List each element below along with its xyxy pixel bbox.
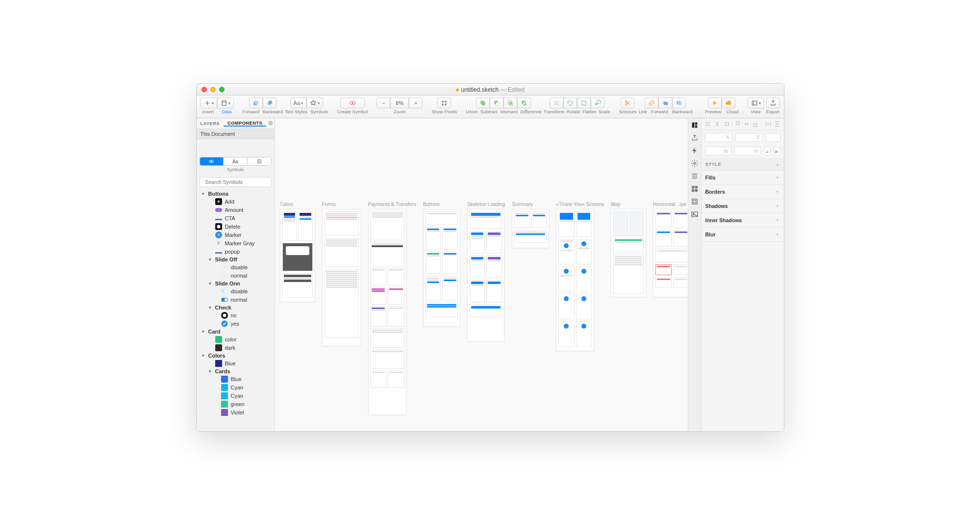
item-cards-blue[interactable]: Blue [197, 375, 275, 383]
symbols-button[interactable]: ▾ [306, 98, 323, 108]
rail-prototype-icon[interactable] [691, 147, 699, 154]
item-check-no[interactable]: no [197, 311, 275, 319]
link-backward-button[interactable] [672, 98, 686, 108]
align-left-icon[interactable] [705, 121, 712, 128]
union-button[interactable] [476, 98, 490, 108]
item-check-yes[interactable]: yes [197, 319, 275, 328]
artboard-map[interactable]: Map [611, 202, 646, 297]
align-vcenter-icon[interactable] [743, 121, 750, 128]
flip-h-icon[interactable]: ▲ [764, 147, 771, 155]
search-input[interactable] [205, 179, 270, 185]
backward-button[interactable] [263, 98, 276, 108]
group-slide-onn[interactable]: ▾Slide Onn [197, 280, 275, 287]
subtract-button[interactable] [490, 98, 503, 108]
zoom-out-button[interactable]: − [377, 98, 390, 108]
rail-image-icon[interactable] [691, 210, 699, 218]
rail-frame-icon[interactable] [691, 198, 699, 206]
group-check[interactable]: ▾Check [197, 304, 275, 311]
add-blur-icon[interactable]: ＋ [775, 231, 780, 238]
rail-grid-icon[interactable] [691, 185, 699, 193]
align-bottom-icon[interactable] [752, 121, 759, 128]
style-header[interactable]: STYLE⌄ [702, 158, 784, 171]
search-symbols[interactable] [200, 177, 272, 187]
add-border-icon[interactable]: ＋ [775, 188, 780, 195]
item-colors-blue[interactable]: Blue [197, 359, 275, 367]
rail-list-icon[interactable] [691, 172, 699, 180]
add-fill-icon[interactable]: ＋ [775, 174, 780, 181]
item-marker-gray[interactable]: 3Marker Gray [197, 239, 275, 247]
artboard-payments[interactable]: Payments & Transfers [368, 202, 416, 415]
w-field[interactable]: W [705, 147, 731, 155]
artboard-horizontal[interactable]: Horizontal…ipe Buttons [653, 202, 687, 297]
artboard-summary[interactable]: Summary [512, 202, 549, 248]
flatten-button[interactable] [577, 98, 591, 108]
inner-shadows-section[interactable]: Inner Shadows＋ [702, 213, 784, 228]
distribute-v-icon[interactable] [774, 121, 780, 128]
show-pixels-button[interactable] [437, 98, 451, 108]
h-field[interactable]: H [734, 147, 761, 155]
item-slideonn-normal[interactable]: normal [197, 295, 275, 304]
cloud-button[interactable] [722, 98, 735, 108]
group-colors[interactable]: ▾Colors [197, 352, 275, 359]
item-cards-cyan[interactable]: Cyan [197, 383, 275, 391]
create-symbol-button[interactable] [340, 98, 365, 108]
artboard-thankyou[interactable]: «Thank You» Screens [556, 202, 604, 351]
x-field[interactable]: X [705, 133, 732, 142]
rail-settings-icon[interactable] [691, 159, 699, 167]
align-right-icon[interactable] [723, 121, 729, 128]
rail-design-icon[interactable] [691, 121, 699, 129]
angle-field[interactable] [766, 133, 780, 142]
blur-section[interactable]: Blur＋ [702, 228, 784, 242]
artboard-forms[interactable]: Forms [322, 202, 361, 346]
link-button[interactable] [645, 98, 658, 108]
rotate-button[interactable] [563, 98, 577, 108]
scissors-button[interactable] [621, 98, 634, 108]
item-card-color[interactable]: color [197, 335, 275, 343]
transform-button[interactable] [550, 98, 563, 108]
rail-export-icon[interactable] [691, 134, 699, 142]
link-forward-button[interactable] [658, 98, 672, 108]
artboard-buttons[interactable]: Buttons [423, 202, 460, 327]
distribute-h-icon[interactable] [765, 121, 772, 128]
item-cards-cyan2[interactable]: Cyan [197, 391, 275, 400]
item-slideoff-normal[interactable]: normal [197, 271, 275, 280]
item-slideonn-disable[interactable]: disable [197, 287, 275, 295]
shadows-section[interactable]: Shadows＋ [702, 199, 784, 213]
insert-button[interactable]: ▾ [201, 98, 217, 108]
zoom-in-button[interactable]: + [409, 98, 423, 108]
tab-layers[interactable]: LAYERS [197, 121, 224, 126]
item-popup[interactable]: popup [197, 247, 275, 256]
group-slide-off[interactable]: ▾Slide Off [197, 256, 275, 263]
artboard-tutors[interactable]: Tutors [280, 202, 315, 302]
item-cta[interactable]: CTA [197, 214, 275, 222]
canvas[interactable]: Tutors Forms [275, 118, 688, 431]
difference-button[interactable] [517, 98, 531, 108]
intersect-button[interactable] [503, 98, 517, 108]
add-shadow-icon[interactable]: ＋ [775, 203, 780, 209]
item-marker[interactable]: 3Marker [197, 231, 275, 239]
scale-button[interactable] [591, 98, 604, 108]
align-top-icon[interactable] [734, 121, 741, 128]
textstyles-button[interactable]: Aa ▾ [290, 98, 306, 108]
borders-section[interactable]: Borders＋ [702, 185, 784, 199]
data-button[interactable]: ▾ [217, 98, 234, 108]
preview-button[interactable] [708, 98, 722, 108]
view-button[interactable]: ▾ [748, 98, 764, 108]
y-field[interactable]: Y [735, 133, 763, 142]
document-scope[interactable]: This Document [197, 129, 275, 139]
group-card[interactable]: ▾Card [197, 328, 275, 335]
item-card-dark[interactable]: dark [197, 343, 275, 352]
forward-button[interactable] [249, 98, 263, 108]
align-hcenter-icon[interactable] [714, 121, 721, 128]
artboard-skeleton[interactable]: Skeleton Loading [467, 202, 505, 341]
add-inner-shadow-icon[interactable]: ＋ [775, 217, 780, 224]
item-amount[interactable]: Amount [197, 206, 275, 214]
gear-icon[interactable]: ⚙︎ [266, 120, 275, 127]
item-delete[interactable]: Delete [197, 222, 275, 231]
group-buttons[interactable]: ▾Buttons [197, 190, 275, 197]
segment-symbols[interactable] [200, 157, 224, 165]
segment-textstyles[interactable]: Aa [223, 157, 247, 165]
flip-v-icon[interactable]: ▶ [774, 147, 780, 155]
group-cards[interactable]: ▾Cards [197, 367, 275, 375]
item-cards-green[interactable]: green [197, 400, 275, 408]
